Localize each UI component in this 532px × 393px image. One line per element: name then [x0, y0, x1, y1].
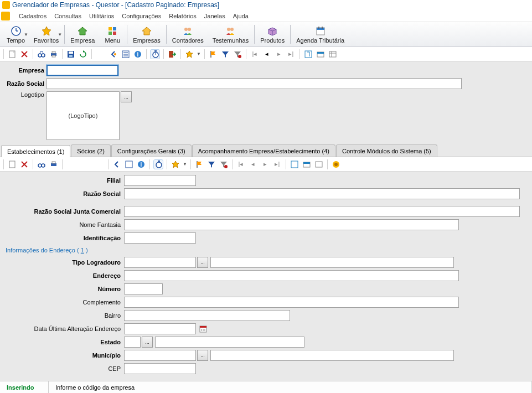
- tipo-log-input[interactable]: [124, 257, 196, 268]
- estado-lookup-button[interactable]: ...: [142, 337, 153, 348]
- menu-cadastros[interactable]: Cadastros: [19, 13, 47, 19]
- numero-label: Número: [3, 286, 124, 292]
- menu-janelas[interactable]: Janelas: [204, 13, 225, 19]
- toolbar-favoritos[interactable]: Favoritos▼: [29, 23, 63, 45]
- stopwatch-icon[interactable]: [150, 49, 160, 59]
- sub-nav-last-icon[interactable]: ▸|: [272, 159, 282, 169]
- sub-new-icon[interactable]: [7, 159, 17, 169]
- cep-input[interactable]: [124, 363, 196, 374]
- razao-social-input[interactable]: [47, 78, 462, 89]
- info-icon[interactable]: i: [133, 49, 143, 59]
- toolbar-produtos[interactable]: Produtos: [256, 23, 289, 45]
- sub-flag-icon[interactable]: [194, 159, 204, 169]
- tab-controle-modulos[interactable]: Controle Módulos do Sistema (5): [336, 144, 437, 157]
- nav-last-icon[interactable]: ▸|: [286, 49, 296, 59]
- status-bar: Inserindo Informe o código da empresa: [0, 381, 532, 393]
- sub-tool-a-icon[interactable]: [290, 159, 299, 169]
- toolbar-agenda-tributária[interactable]: Agenda Tributária: [292, 23, 349, 45]
- nav-next-icon[interactable]: ▸: [274, 49, 284, 59]
- delete-icon[interactable]: [19, 49, 29, 59]
- calendar-button[interactable]: [198, 324, 208, 334]
- sub-tool-b-icon[interactable]: [302, 159, 312, 169]
- sub-nav-first-icon[interactable]: |◂: [236, 159, 246, 169]
- sub-delete-icon[interactable]: [19, 159, 29, 169]
- tool-c-icon[interactable]: [328, 49, 338, 59]
- sub-form-icon[interactable]: [124, 159, 134, 169]
- municipio-lookup-button[interactable]: ...: [197, 350, 208, 361]
- nome-fantasia-input[interactable]: [124, 219, 459, 230]
- sub-nav-prev-icon[interactable]: ◂: [248, 159, 258, 169]
- flag-icon[interactable]: [208, 49, 218, 59]
- numero-input[interactable]: [124, 283, 163, 294]
- svg-point-20: [42, 54, 45, 57]
- drazao-input[interactable]: [124, 188, 520, 199]
- nav-prev-icon[interactable]: ◂: [262, 49, 272, 59]
- data-ult-input[interactable]: [124, 323, 196, 334]
- menu-ajuda[interactable]: Ajuda: [233, 13, 249, 19]
- sub-info-icon[interactable]: i: [136, 159, 146, 169]
- nav-first-icon[interactable]: |◂: [250, 49, 260, 59]
- sub-filter-clear-icon[interactable]: [219, 159, 229, 169]
- sub-back-icon[interactable]: [112, 159, 122, 169]
- menu-utilitarios[interactable]: Utilitários: [89, 13, 114, 19]
- estado-input[interactable]: [124, 337, 141, 348]
- endereco-input[interactable]: [124, 270, 459, 281]
- sub-badge-icon[interactable]: [331, 159, 341, 169]
- people2-icon: [225, 25, 236, 37]
- toolbar-testemunhas[interactable]: Testemunhas: [208, 23, 253, 45]
- svg-rect-26: [69, 55, 73, 57]
- sub-print-icon[interactable]: [49, 159, 59, 169]
- toolbar-menu[interactable]: Menu: [99, 23, 126, 45]
- icon-toolbar-top: i ▼ |◂ ◂ ▸ ▸|: [0, 47, 532, 61]
- razao-junta-label: Razão Social Junta Comercial: [3, 208, 124, 215]
- menu-consultas[interactable]: Consultas: [54, 13, 81, 19]
- tool-a-icon[interactable]: [303, 49, 313, 59]
- fav-icon[interactable]: [184, 49, 194, 59]
- tool-b-icon[interactable]: [316, 49, 326, 59]
- svg-point-8: [188, 28, 191, 31]
- filial-input[interactable]: [124, 175, 196, 186]
- filter-icon[interactable]: [220, 49, 230, 59]
- tipo-log-lookup-button[interactable]: ...: [197, 257, 208, 268]
- menu-relatorios[interactable]: Relatórios: [169, 13, 197, 19]
- municipio-desc-input[interactable]: [210, 350, 454, 361]
- razao-junta-input[interactable]: [124, 206, 520, 217]
- sub-stopwatch-icon[interactable]: [153, 159, 163, 169]
- logotipo-lookup-button[interactable]: ...: [121, 91, 132, 102]
- tab-estabelecimentos[interactable]: Estabelecimentos (1): [1, 145, 70, 157]
- sub-binoculars-icon[interactable]: [37, 159, 47, 169]
- main-toolbar: Tempo▼Favoritos▼EmpresaMenuEmpresasConta…: [0, 22, 532, 47]
- estado-desc-input[interactable]: [155, 337, 304, 348]
- print-icon[interactable]: [49, 49, 59, 59]
- tab-acompanhamento[interactable]: Acompanhamento Empresa/Estabelecimento (…: [192, 144, 335, 157]
- toolbar-empresas[interactable]: Empresas: [128, 23, 165, 45]
- tab-socios[interactable]: Sócios (2): [71, 144, 111, 157]
- toolbar-empresa[interactable]: Empresa: [66, 23, 99, 45]
- refresh-icon[interactable]: [78, 49, 88, 59]
- toolbar-contadores[interactable]: Contadores: [168, 23, 208, 45]
- empresa-input[interactable]: [47, 65, 118, 76]
- sub-filter-icon[interactable]: [206, 159, 216, 169]
- new-icon[interactable]: [7, 49, 17, 59]
- filter-clear-icon[interactable]: [233, 49, 242, 59]
- toolbar-tempo[interactable]: Tempo▼: [2, 23, 29, 45]
- save-icon[interactable]: [66, 49, 76, 59]
- complemento-input[interactable]: [124, 297, 459, 308]
- form-icon[interactable]: [121, 49, 131, 59]
- svg-rect-50: [52, 162, 55, 163]
- menu-configuracoes[interactable]: Configurações: [122, 13, 161, 19]
- back-icon[interactable]: [109, 49, 118, 59]
- svg-text:i: i: [141, 162, 142, 168]
- exit-icon[interactable]: [167, 49, 177, 59]
- status-mode: Inserindo: [0, 381, 49, 393]
- chevron-down-icon: ▼: [24, 32, 28, 37]
- binoculars-icon[interactable]: [37, 49, 47, 59]
- identificacao-input[interactable]: [124, 232, 196, 244]
- sub-nav-next-icon[interactable]: ▸: [260, 159, 270, 169]
- bairro-input[interactable]: [124, 310, 290, 321]
- municipio-input[interactable]: [124, 350, 196, 361]
- tab-config-gerais[interactable]: Configurações Gerais (3): [111, 144, 192, 157]
- sub-fav-icon[interactable]: [171, 159, 180, 169]
- tipo-log-desc-input[interactable]: [210, 257, 454, 268]
- sub-tool-c-icon[interactable]: [314, 159, 324, 169]
